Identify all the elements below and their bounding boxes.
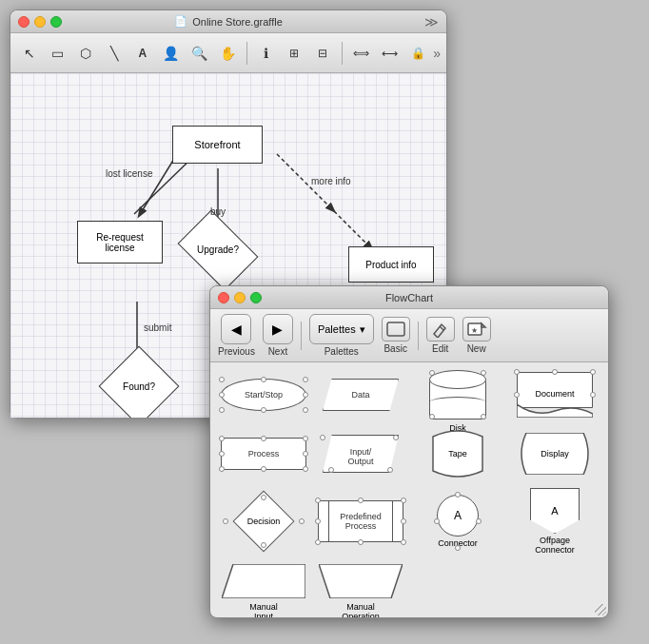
palette-window: FlowChart ◀ Previous ▶ Next Palettes ▾ P…	[209, 285, 609, 618]
product-info-box[interactable]: Product info	[348, 246, 434, 283]
palette-cell-manual-input[interactable]: ManualInput	[216, 560, 311, 617]
manual-input-label: ManualInput	[222, 602, 305, 617]
new-button[interactable]: ★	[462, 317, 491, 342]
previous-nav: ◀ Previous	[218, 314, 255, 357]
palette-cell-process[interactable]: Process	[216, 425, 311, 482]
offpage-label: OffpageConnector	[530, 536, 580, 555]
resize-grip[interactable]	[595, 604, 606, 615]
minimize-button[interactable]	[34, 16, 46, 28]
start-stop-shape: Start/Stop	[221, 379, 306, 411]
offpage-shape: A	[530, 488, 580, 534]
data-shape: Data	[323, 379, 399, 411]
palette-titlebar: FlowChart	[210, 286, 608, 309]
predefined-shape: PredefinedProcess	[318, 500, 403, 542]
palettes-dropdown[interactable]: Palettes ▾	[309, 314, 374, 344]
palette-cell-display[interactable]: Display	[507, 425, 602, 482]
grid-tool-2[interactable]: ⊟	[309, 40, 336, 67]
submit-label: submit	[144, 322, 171, 333]
main-window-title: 📄 Online Store.graffle	[174, 15, 283, 28]
lost-license-label: lost license	[106, 168, 152, 179]
palette-window-title: FlowChart	[385, 292, 433, 303]
zoom-tool[interactable]: 🔍	[186, 40, 212, 67]
palette-cell-offpage[interactable]: A OffpageConnector	[507, 484, 602, 558]
person-tool[interactable]: 👤	[158, 40, 185, 67]
dropdown-arrow-icon: ▾	[360, 323, 365, 336]
disk-shape-top	[429, 370, 486, 389]
disk-shape-bottom-line	[429, 397, 486, 408]
basic-icon	[385, 321, 406, 338]
info-tool[interactable]: ℹ	[253, 40, 280, 67]
palette-cell-empty-2	[507, 560, 602, 617]
palette-cell-start-stop[interactable]: Start/Stop	[216, 366, 311, 423]
next-nav: ▶ Next	[263, 314, 293, 357]
arrow-tool[interactable]: ↖	[16, 40, 43, 67]
separator-1	[246, 42, 247, 65]
main-titlebar: 📄 Online Store.graffle ≫	[10, 10, 446, 33]
new-icon: ★	[466, 321, 487, 338]
palette-cell-document[interactable]: Document	[507, 366, 602, 423]
palette-cell-disk[interactable]: Disk	[410, 366, 505, 423]
manual-op-shape	[319, 564, 403, 598]
palette-cell-empty-1	[410, 560, 505, 617]
found-diamond[interactable]: Found?	[96, 357, 182, 416]
window-controls	[18, 16, 62, 28]
palette-close-button[interactable]	[218, 292, 229, 303]
edit-button[interactable]	[426, 317, 455, 342]
palette-min-button[interactable]	[234, 292, 246, 303]
svg-line-4	[334, 211, 372, 249]
edit-icon	[430, 321, 451, 338]
buy-label: buy	[210, 206, 226, 217]
next-button[interactable]: ▶	[263, 314, 293, 344]
storefront-box[interactable]: Storefront	[172, 126, 263, 164]
lock-tool[interactable]: 🔒	[405, 40, 432, 67]
toolbar-expand-icon[interactable]: »	[433, 46, 441, 61]
maximize-button[interactable]	[50, 16, 62, 28]
svg-line-0	[139, 154, 177, 216]
palette-cell-predefined[interactable]: PredefinedProcess	[313, 484, 408, 558]
palette-cell-connector[interactable]: A Connector	[410, 484, 505, 558]
manual-input-shape	[222, 564, 305, 598]
palettes-dropdown-area: Palettes ▾ Palettes	[309, 314, 374, 357]
palette-cell-decision[interactable]: Decision	[216, 484, 311, 558]
process-shape: Process	[221, 438, 306, 470]
hand-tool[interactable]: ✋	[214, 40, 241, 67]
svg-text:★: ★	[471, 326, 478, 335]
upgrade-diamond[interactable]: Upgrade?	[180, 224, 256, 276]
toolbar-separator	[301, 322, 302, 350]
connector-shape: A	[437, 495, 479, 537]
main-toolbar: ↖ ▭ ⬡ ╲ A 👤 🔍 ✋ ℹ ⊞ ⊟ ⟺ ⟷ 🔒 »	[10, 33, 446, 73]
text-tool[interactable]: A	[129, 40, 156, 67]
svg-line-7	[440, 326, 443, 330]
more-info-label: more info	[311, 176, 351, 186]
palette-cell-manual-op[interactable]: ManualOperation	[313, 560, 408, 617]
edit-action: Edit	[426, 317, 455, 354]
decision-diamond: Decision	[226, 498, 302, 545]
basic-action: Basic	[382, 317, 410, 354]
palette-window-controls	[218, 292, 262, 303]
manual-op-label: ManualOperation	[319, 602, 403, 617]
separator-2	[342, 42, 343, 65]
new-action: ★ New	[462, 317, 491, 354]
basic-button[interactable]	[382, 317, 410, 342]
polygon-tool[interactable]: ⬡	[72, 40, 99, 67]
document-icon: 📄	[174, 15, 187, 28]
palette-cell-input-output[interactable]: Input/Output	[313, 425, 408, 482]
connect-tool-1[interactable]: ⟺	[348, 40, 375, 67]
doc-wave	[517, 404, 593, 418]
rect-tool[interactable]: ▭	[45, 40, 71, 67]
grid-tool-1[interactable]: ⊞	[282, 40, 308, 67]
palette-toolbar: ◀ Previous ▶ Next Palettes ▾ Palettes Ba…	[210, 309, 608, 362]
toolbar-sep-2	[418, 322, 419, 350]
connect-tool-2[interactable]: ⟷	[377, 40, 403, 67]
line-tool[interactable]: ╲	[101, 40, 128, 67]
rerequest-box[interactable]: Re-requestlicense	[77, 221, 163, 263]
palette-cell-tape[interactable]: Tape	[410, 425, 505, 482]
close-button[interactable]	[18, 16, 30, 28]
svg-rect-6	[387, 322, 404, 336]
previous-button[interactable]: ◀	[221, 314, 251, 344]
expand-icon[interactable]: ≫	[424, 14, 439, 29]
palette-cell-data[interactable]: Data	[313, 366, 408, 423]
palette-max-button[interactable]	[250, 292, 262, 303]
